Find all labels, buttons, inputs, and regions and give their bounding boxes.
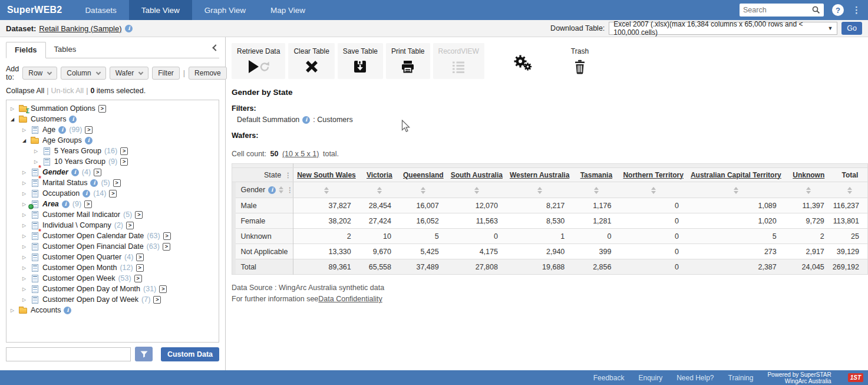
column-sort-cell[interactable] [687,182,785,198]
field-arrow-icon[interactable]: > [120,147,128,155]
column-sort-cell[interactable] [400,182,447,198]
expand-icon[interactable]: ▷ [9,308,15,313]
sort-icon[interactable] [377,187,382,194]
field-arrow-icon[interactable]: > [126,222,134,229]
expand-icon[interactable]: ▷ [21,287,27,292]
expand-icon[interactable]: ▷ [21,191,27,196]
go-button[interactable]: Go [841,22,862,35]
field-arrow-icon[interactable]: > [163,243,170,251]
field-arrow-icon[interactable]: > [159,285,167,293]
tree-item-age-groups[interactable]: ◢Age Groupsi [8,135,217,146]
expand-icon[interactable]: ▷ [33,149,39,154]
sort-icon[interactable] [537,187,542,194]
sort-icon[interactable] [594,187,599,194]
column-header[interactable]: Tasmania [573,168,619,182]
kebab-menu-icon[interactable]: ⋮ [286,186,293,194]
expand-icon[interactable]: ▷ [21,180,27,186]
column-sort-cell[interactable] [506,182,573,198]
column-sort-cell[interactable] [785,182,833,198]
trash-button[interactable]: Trash [566,43,594,79]
print-table-button[interactable]: Print Table [386,43,430,79]
add-to-column-button[interactable]: Column [61,67,105,80]
expand-icon[interactable]: ▷ [21,212,27,218]
sort-icon[interactable] [734,187,738,194]
expand-icon[interactable]: ▷ [21,223,27,228]
add-to-row-button[interactable]: Row [22,67,57,80]
tree-item-accounts[interactable]: ▷Accountsi [8,305,217,315]
dataset-name-link[interactable]: Retail Banking (Sample) [39,24,121,33]
tree-item-customer-open-day-of-month[interactable]: ▷Customer Open Day of Month(31)> [8,284,217,294]
kebab-menu-icon[interactable]: ⋮ [285,172,291,179]
save-table-button[interactable]: Save Table [338,43,383,79]
sort-icon[interactable] [806,187,811,194]
expand-icon[interactable]: ▷ [21,297,27,302]
expand-icon[interactable]: ▷ [21,170,27,175]
cell-count-link[interactable]: (10 x 5 x 1) [282,150,319,158]
sort-icon[interactable] [651,187,656,194]
info-icon[interactable]: i [69,116,77,123]
column-header[interactable]: Queensland [400,168,447,182]
field-arrow-icon[interactable]: > [84,200,92,208]
tree-item-customer-open-financial-date[interactable]: ▷Customer Open Financial Date(63)> [8,241,217,252]
column-header[interactable]: South Australia [447,168,506,182]
tree-item-customer-open-month[interactable]: ▷Customer Open Month(12)> [8,262,217,273]
field-arrow-icon[interactable]: > [153,296,161,304]
column-header[interactable]: Victoria [359,168,400,182]
collapse-icon[interactable]: ◢ [21,138,27,143]
data-confidentiality-link[interactable]: Data Confidentiality [318,295,382,303]
sort-icon[interactable] [279,186,283,193]
info-icon[interactable]: i [85,137,93,144]
tree-item-age[interactable]: ▷Agei(99)> [8,124,217,135]
tree-item-marital-status[interactable]: ▷*Marital Statusi(5)> [8,177,217,188]
field-arrow-icon[interactable]: > [136,254,144,261]
column-header[interactable]: Western Australia [506,168,573,182]
column-sort-cell[interactable] [573,182,619,198]
nav-tab-datasets[interactable]: Datasets [72,0,128,20]
info-icon[interactable]: i [64,307,71,314]
column-header[interactable]: Unknown [785,168,833,182]
field-arrow-icon[interactable]: > [85,126,93,134]
field-arrow-icon[interactable]: > [98,105,106,113]
expand-icon[interactable]: ▷ [21,276,27,281]
footer-link-enquiry[interactable]: Enquiry [638,374,662,382]
help-icon[interactable]: ? [832,4,844,16]
column-sort-cell[interactable] [619,182,687,198]
field-arrow-icon[interactable]: > [134,275,142,282]
retrieve-data-button[interactable]: Retrieve Data [232,43,285,79]
info-icon[interactable]: i [268,186,276,194]
clear-table-button[interactable]: Clear Table [288,43,334,79]
tree-item-summation-options[interactable]: ▷ΣSummation Options> [8,103,217,114]
sort-icon[interactable] [474,187,479,194]
custom-data-button[interactable]: Custom Data [161,347,219,361]
column-sort-cell[interactable] [359,182,400,198]
field-arrow-icon[interactable]: > [120,158,128,166]
tree-item-customer-open-day-of-week[interactable]: ▷Customer Open Day of Week(7)> [8,294,217,305]
expand-icon[interactable]: ▷ [21,127,27,133]
nav-tab-table-view[interactable]: Table View [129,0,192,20]
filter-funnel-button[interactable] [135,347,153,361]
untick-all-link[interactable]: Un-tick All [51,87,84,95]
expand-icon[interactable]: ▷ [21,255,27,260]
nav-tab-graph-view[interactable]: Graph View [192,0,258,20]
expand-icon[interactable]: ▷ [9,106,15,111]
field-arrow-icon[interactable]: > [136,264,144,272]
column-header[interactable]: Northern Territory [619,168,687,182]
info-icon[interactable]: i [82,190,90,198]
tree-item-customer-open-week[interactable]: ▷Customer Open Week(53)> [8,273,217,284]
tree-item-customer-open-quarter[interactable]: ▷Customer Open Quarter(4)> [8,252,217,262]
collapse-icon[interactable]: ◢ [9,117,15,122]
filter-button[interactable]: Filter [152,67,180,80]
tree-item-customer-mail-indicator[interactable]: ▷Customer Mail Indicator(5)> [8,209,217,220]
expand-icon[interactable]: ▷ [21,265,27,271]
tree-item-occupation[interactable]: ▷Occupationi(14)> [8,188,217,199]
tree-item-customers[interactable]: ◢Customersi [8,114,217,124]
field-arrow-icon[interactable]: > [94,169,101,176]
field-arrow-icon[interactable]: > [163,232,171,240]
column-sort-cell[interactable] [447,182,506,198]
collapse-all-link[interactable]: Collapse All [6,87,44,95]
expand-icon[interactable]: ▷ [21,233,27,239]
overflow-menu-icon[interactable]: ⋮ [852,5,861,15]
remove-button[interactable]: Remove [189,67,227,80]
add-to-wafer-button[interactable]: Wafer [110,67,149,80]
search-input[interactable] [743,6,812,14]
